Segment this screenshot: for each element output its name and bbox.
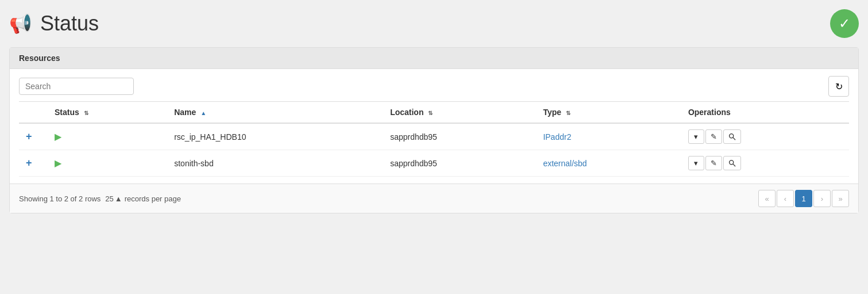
col-expand [19, 102, 48, 124]
row-status-cell: ▶ [48, 150, 167, 177]
col-name[interactable]: Name ▲ [167, 102, 383, 124]
status-check-badge: ✓ [830, 9, 859, 38]
location-sort-icon: ⇅ [428, 110, 433, 116]
row-name-cell: stonith-sbd [167, 150, 383, 177]
per-page-select[interactable]: 25 ▲ [105, 194, 122, 203]
row-type-cell: external/sbd [536, 150, 681, 177]
refresh-button[interactable]: ↻ [828, 76, 849, 97]
table-header-row: Status ⇅ Name ▲ Location ⇅ Type ⇅ [19, 102, 849, 124]
refresh-icon: ↻ [835, 81, 843, 92]
pagination-page-1-button[interactable]: 1 [795, 190, 812, 207]
per-page-arrow-icon: ▲ [115, 194, 122, 203]
pagination-prev-button[interactable]: ‹ [777, 190, 794, 207]
panel-body: ↻ Status ⇅ Name ▲ Location ⇅ [10, 69, 858, 184]
resources-panel: Resources ↻ Status ⇅ Name ▲ [9, 47, 859, 213]
type-link[interactable]: external/sbd [543, 159, 587, 168]
per-page-value: 25 [105, 194, 113, 203]
megaphone-icon: 📢 [9, 13, 32, 35]
col-status[interactable]: Status ⇅ [48, 102, 167, 124]
col-operations: Operations [681, 102, 849, 124]
row-name-cell: rsc_ip_HA1_HDB10 [167, 123, 383, 150]
row-status-cell: ▶ [48, 123, 167, 150]
ops-dropdown-button[interactable]: ▾ [688, 129, 704, 144]
row-operations-cell: ▾✎ [681, 123, 849, 150]
header-left: 📢 Status [9, 12, 99, 36]
records-per-page-label: records per page [125, 194, 181, 203]
svg-line-1 [733, 138, 735, 140]
row-type-cell: IPaddr2 [536, 123, 681, 150]
panel-footer: Showing 1 to 2 of 2 rows 25 ▲ records pe… [10, 184, 858, 213]
per-page-control: 25 ▲ records per page [105, 194, 181, 203]
footer-info: Showing 1 to 2 of 2 rows 25 ▲ records pe… [19, 194, 181, 203]
row-location-cell: sapprdhdb95 [383, 150, 536, 177]
ops-search-button[interactable] [723, 156, 741, 170]
row-operations-cell: ▾✎ [681, 150, 849, 177]
ops-dropdown-button[interactable]: ▾ [688, 156, 704, 170]
col-location[interactable]: Location ⇅ [383, 102, 536, 124]
type-link[interactable]: IPaddr2 [543, 132, 571, 142]
ops-edit-button[interactable]: ✎ [705, 129, 722, 144]
row-expand-cell: + [19, 150, 48, 177]
name-sort-icon: ▲ [200, 110, 206, 116]
checkmark-icon: ✓ [839, 16, 850, 32]
panel-title: Resources [10, 48, 858, 69]
running-icon: ▶ [55, 158, 61, 168]
page-title: Status [40, 12, 99, 36]
add-icon[interactable]: + [26, 131, 32, 142]
ops-group: ▾✎ [688, 129, 842, 144]
pagination-next-button[interactable]: › [813, 190, 831, 207]
toolbar: ↻ [19, 76, 849, 97]
type-sort-icon: ⇅ [566, 110, 570, 116]
page-header: 📢 Status ✓ [9, 9, 859, 38]
search-input[interactable] [19, 78, 134, 95]
table-row: +▶rsc_ip_HA1_HDB10sapprdhdb95IPaddr2▾✎ [19, 123, 849, 150]
pagination-first-button[interactable]: « [758, 190, 776, 207]
row-location-cell: sapprdhdb95 [383, 123, 536, 150]
ops-group: ▾✎ [688, 156, 842, 170]
resources-table: Status ⇅ Name ▲ Location ⇅ Type ⇅ [19, 101, 849, 177]
svg-line-3 [733, 164, 735, 166]
pagination-last-button[interactable]: » [832, 190, 849, 207]
ops-search-button[interactable] [723, 129, 741, 144]
running-icon: ▶ [55, 132, 61, 142]
row-expand-cell: + [19, 123, 48, 150]
table-row: +▶stonith-sbdsapprdhdb95external/sbd▾✎ [19, 150, 849, 177]
status-sort-icon: ⇅ [84, 110, 88, 116]
pagination: « ‹ 1 › » [758, 190, 849, 207]
showing-text: Showing 1 to 2 of 2 rows [19, 194, 101, 203]
ops-edit-button[interactable]: ✎ [705, 156, 722, 170]
add-icon[interactable]: + [26, 157, 32, 169]
col-type[interactable]: Type ⇅ [536, 102, 681, 124]
